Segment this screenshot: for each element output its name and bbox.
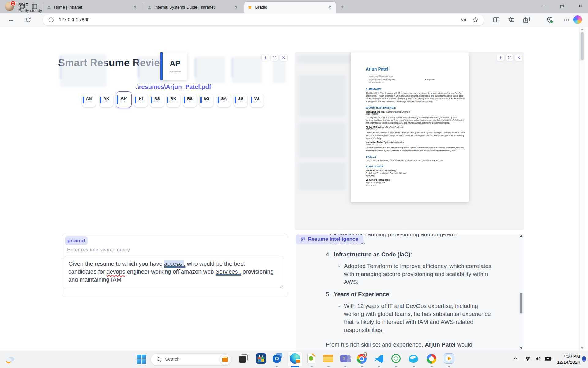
copilot-icon[interactable] [573,15,582,24]
vscode-icon[interactable] [374,353,385,364]
collections-icon[interactable] [523,16,530,24]
notification-bell-icon[interactable] [581,355,587,362]
chrome-icon[interactable]: T [357,353,368,364]
favorite-star-icon[interactable] [472,17,478,23]
task-view-icon[interactable] [239,353,250,364]
thumb-initials: SG [200,96,213,101]
tab-internal-systems-guide[interactable]: Internal Systems Guide | Intranet × [144,2,242,13]
scroll-down-icon[interactable] [520,347,523,349]
pdf-contact: arjun.patel@example.com https://github.c… [369,75,466,85]
window-minimize-button[interactable]: – [537,0,551,12]
gallery-ghost-card [232,56,262,83]
favorites-bar-icon[interactable] [508,16,515,24]
thumb-initials: AN [82,96,96,101]
fullscreen-button[interactable] [506,54,514,61]
scroll-down-icon[interactable] [581,347,583,349]
resume-thumb-ss[interactable]: SSSuman Srivastava [234,94,247,107]
markdown-output: capability for handling provisioning and… [326,234,499,349]
resume-thumb-vs[interactable]: VSVijay Sawant [250,94,264,107]
taskbar-search[interactable]: Search [151,353,232,366]
grammar-underline: Services , [216,268,241,275]
window-restore-button[interactable] [555,0,569,12]
output-item-5-bullet: With 12 years of IT and DevOps expertise… [338,302,499,334]
thumb-name: Subhash Awasthi [217,101,231,103]
scroll-up-icon[interactable] [520,235,523,237]
read-aloud-icon[interactable]: A [460,17,466,23]
resume-thumb-sa[interactable]: SASubhash Awasthi [217,94,231,107]
close-button[interactable] [515,54,523,61]
weather-icon[interactable] [4,354,16,365]
resume-thumb-an[interactable]: ANAarav Nair [82,94,96,107]
resume-thumb-rs1[interactable]: RSRahul Sharma [150,94,164,107]
url-text[interactable]: 127.0.0.1:7860 [59,17,89,22]
tab-gradio-active[interactable]: Gradio × [244,2,336,13]
pdf-phone: 91-9876543210 [369,81,466,85]
download-button[interactable] [496,54,504,61]
edge-icon[interactable] [290,353,301,364]
weather-condition[interactable]: Partly cloudy [18,8,42,13]
pdf-edu-dates: 2005-2009 [366,175,466,178]
anyconnect-icon[interactable] [391,353,402,364]
pdf-skills-text: UNIX, Linux, Kubernetes, AWS, Azure, GCP… [366,159,466,162]
textarea-resize-handle[interactable] [280,285,283,288]
selected-name: Arjun Patel [163,70,187,73]
pdf-school: Indian Institute of Technology [366,169,466,171]
teams-icon[interactable]: T [340,353,351,364]
site-info-icon[interactable] [48,17,54,23]
file-explorer-icon[interactable] [323,353,334,364]
resume-thumb-sg[interactable]: SGSaurabh Gupta [200,94,213,107]
tab-close-icon[interactable]: × [233,5,239,10]
scroll-up-icon[interactable] [581,28,583,30]
pdf-github: https://github.com/arjunpatel [369,78,466,82]
tab-home-intranet[interactable]: Home | Intranet × [43,2,141,13]
card-accent-bar [160,52,163,80]
tray-chevron-icon[interactable] [513,356,519,362]
zscaler-icon[interactable] [409,353,420,364]
prompt-textarea[interactable]: Given the resume to which you have acces… [63,256,284,289]
new-tab-button[interactable]: + [341,3,344,10]
taskbar-clock[interactable]: 7:50 PM 12/14/2024 [556,353,580,365]
colorful-ring-app-icon[interactable] [426,353,437,364]
tab-close-icon[interactable]: × [327,5,333,10]
outlook-icon[interactable]: O [273,353,284,364]
scrollbar-thumb[interactable] [520,293,522,313]
address-bar[interactable]: 127.0.0.1:7860 A [43,14,484,25]
pdf-page[interactable]: Arjun Patel arjun.patel@example.com http… [351,52,469,202]
notepad-plus-plus-icon[interactable] [306,353,317,364]
window-close-button[interactable]: ✕ [573,0,587,12]
pdf-school: St. Xavier's High School [366,179,466,181]
resume-thumb-ak[interactable]: AKAnjali Kapoor [100,94,113,107]
media-player-icon[interactable] [444,353,455,364]
browser-essentials-icon[interactable] [546,16,553,24]
bullet-marker [338,305,340,307]
fullscreen-button[interactable] [270,54,278,61]
wifi-icon[interactable] [524,356,531,362]
resume-thumb-rk[interactable]: RKRajesh Kumar [167,94,180,107]
bullet-marker [338,265,340,267]
resume-thumb-ap-selected[interactable]: APArjun Patel [116,91,132,108]
volume-icon[interactable] [535,356,541,362]
output-scrollbar[interactable] [519,235,523,349]
weather-temperature[interactable]: 69°F [18,2,28,7]
running-indicator [395,366,397,367]
close-button[interactable] [280,54,288,61]
selected-resume-card[interactable]: AP Arjun Patel [160,52,187,80]
microsoft-store-icon[interactable] [256,353,267,364]
scrollbar-thumb[interactable] [581,32,584,60]
download-button[interactable] [261,54,269,61]
resume-thumb-ki[interactable]: KIKavya Iyer [134,94,148,107]
thumb-name: Rahul Sharma [150,101,164,103]
battery-charging-icon[interactable] [545,356,553,362]
pdf-job-title: TechSolutions Inc. - Senior DevOps Engin… [366,111,466,113]
refresh-button[interactable] [25,17,31,23]
selected-file-link[interactable]: .\resumes\Arjun_Patel.pdf [121,83,225,90]
resume-thumb-rs2[interactable]: RSRohan Srivastava [183,94,197,107]
start-button[interactable] [137,355,146,364]
back-button[interactable]: ← [8,16,14,23]
tab-close-icon[interactable]: × [132,5,138,10]
page-scrollbar[interactable] [579,27,585,351]
running-indicator [344,366,346,367]
split-screen-icon[interactable] [493,16,500,24]
gallery-toolbar [261,54,288,61]
settings-more-icon[interactable] [563,16,570,24]
